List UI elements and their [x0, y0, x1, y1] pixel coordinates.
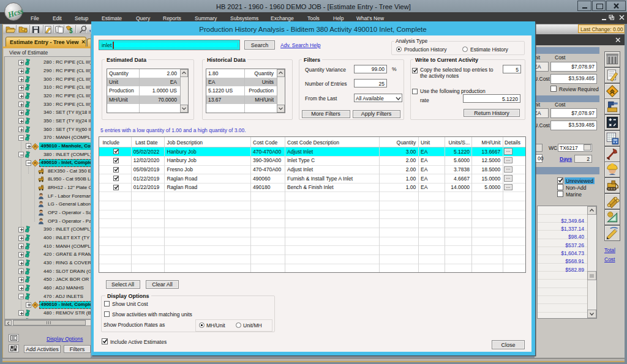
- svg-text:Hcss: Hcss: [6, 6, 23, 20]
- svg-text:$: $: [69, 28, 73, 34]
